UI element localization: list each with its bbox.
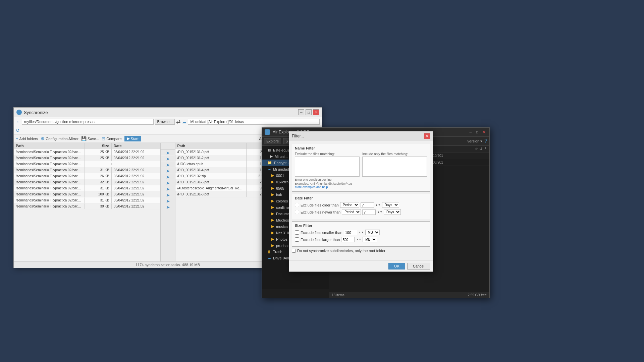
sync-icon-left: ↔ xyxy=(16,119,20,124)
filter-inputs-row: Exclude the files matching: Include only… xyxy=(295,152,427,177)
subdirs-checkbox[interactable] xyxy=(292,249,296,253)
add-folders-icon: + xyxy=(16,136,18,141)
sync-path-left[interactable]: myfiles/Documents/gestion microempresas xyxy=(22,119,154,125)
nav-icon: ▶ xyxy=(270,154,273,159)
name-filter-title: Name Filter xyxy=(295,146,427,150)
smaller-value-input[interactable] xyxy=(344,230,357,235)
explore-btn[interactable]: Explore xyxy=(264,138,281,144)
compare-btn[interactable]: ⊟ Compare xyxy=(102,136,121,141)
exclude-col: Exclude the files matching: xyxy=(295,152,360,177)
folder-0001: ▶ xyxy=(271,173,274,178)
exclude-older-checkbox[interactable] xyxy=(295,203,299,207)
smaller-unit-select[interactable]: MB xyxy=(365,230,380,235)
period-select-newer[interactable]: Period xyxy=(342,209,361,215)
exclude-older-row: Exclude files older than Period ▲▼ Days xyxy=(295,202,427,208)
exclude-newer-checkbox[interactable] xyxy=(295,210,299,214)
name-filter-section: Name Filter Exclude the files matching: … xyxy=(292,144,430,192)
filter-hint: Enter one condition per line xyxy=(295,178,427,181)
exclude-label: Exclude the files matching: xyxy=(295,152,360,156)
nav-star-btn[interactable]: ☆ xyxy=(475,147,478,151)
air-window-icon xyxy=(265,129,270,135)
older-value[interactable] xyxy=(361,202,374,208)
subdirs-label: Do not synchronize subdirectories, only … xyxy=(297,249,385,253)
folder-musica: ▶ xyxy=(271,224,274,229)
sync-close-btn[interactable]: ✕ xyxy=(313,109,319,115)
air-window: Air Explorer v3.0.7 Pro ─ □ ✕ Explore S … xyxy=(262,127,490,298)
filter-examples: Examples: *.ini */thumbs.db /subfolder/*… xyxy=(295,182,427,185)
cloud-icon-sidebar: ☁ xyxy=(267,167,271,171)
air-win-controls: ─ □ ✕ xyxy=(468,129,487,135)
transfer-arrow: ➤ xyxy=(161,174,175,180)
exclude-larger-checkbox[interactable] xyxy=(295,237,299,242)
filter-titlebar: Filter... ✕ xyxy=(289,131,433,141)
save-icon: 💾 xyxy=(81,136,87,141)
more-examples-link[interactable]: More examples and help xyxy=(295,185,427,189)
left-file-row: /seminarios/Seminario Tic/practica 02/ba… xyxy=(14,173,160,179)
filter-close-btn[interactable]: ✕ xyxy=(424,133,430,139)
transfer-arrow: ➤ xyxy=(161,156,175,162)
folder-icon-encrypt: 📁 xyxy=(267,161,272,165)
left-file-row: /seminarios/Seminario Tic/practica 02/ba… xyxy=(14,149,160,155)
sync-minimize-btn[interactable]: ─ xyxy=(298,109,304,115)
sync-path-right[interactable]: Mi unidad [Air Explorer]/01-letras xyxy=(188,119,320,125)
newer-value[interactable] xyxy=(362,209,376,215)
exclude-newer-row: Exclude files newer than Period ▲▼ Days xyxy=(295,209,427,215)
browse-left-btn[interactable]: Browse... xyxy=(155,119,175,125)
exclude-older-label: Exclude files older than xyxy=(301,203,339,207)
exclude-larger-label: Exclude files larger than xyxy=(301,238,340,242)
file-rows-left: /seminarios/Seminario Tic/practica 02/ba… xyxy=(14,149,160,266)
sync-titlebar: Synchronize ─ □ ✕ xyxy=(14,108,322,117)
nav-refresh-btn[interactable]: ↺ xyxy=(479,147,482,151)
air-maximize-btn[interactable]: □ xyxy=(475,129,480,135)
larger-value-input[interactable] xyxy=(341,237,355,242)
sync-maximize-btn[interactable]: □ xyxy=(306,109,312,115)
folder-muchos: ▶ xyxy=(271,218,274,222)
filter-dialog: Filter... ✕ Name Filter Exclude the file… xyxy=(289,131,433,272)
folder-bak: ▶ xyxy=(271,192,274,197)
start-btn[interactable]: ▶ Start xyxy=(124,136,141,141)
exclude-smaller-checkbox[interactable] xyxy=(295,230,299,235)
sync-window-icon xyxy=(16,110,22,115)
air-version-btn[interactable]: version ▾ xyxy=(468,139,483,143)
cloud-icon-1: ☁ xyxy=(182,119,186,124)
filter-cancel-btn[interactable]: Cancel xyxy=(407,263,430,269)
transfer-arrow: ➤ xyxy=(161,198,175,204)
air-help-btn[interactable]: ? xyxy=(484,138,487,144)
left-file-row: /seminarios/Seminario Tic/practica 02/ba… xyxy=(14,191,160,197)
nav-more-btn[interactable]: ⋮ xyxy=(484,147,487,151)
date-filter-section: Date Filter Exclude files older than Per… xyxy=(292,194,430,219)
sync-window-title: Synchronize xyxy=(24,110,48,115)
days-select-newer[interactable]: Days xyxy=(384,209,401,215)
file-pane-left: Path Size Date /seminarios/Seminario Tic… xyxy=(14,143,161,266)
config-icon: ⚙ xyxy=(41,136,45,141)
exclude-newer-label: Exclude files newer than xyxy=(301,210,340,214)
file-header-left: Path Size Date xyxy=(14,143,160,149)
sync-icon-left-2: ↺ xyxy=(16,128,20,133)
days-select-older[interactable]: Days xyxy=(382,202,399,208)
left-file-row: /seminarios/Seminario Tic/practica 02/ba… xyxy=(14,155,160,161)
transfer-arrow: ➤ xyxy=(161,204,175,210)
larger-unit-select[interactable]: MB xyxy=(363,237,377,242)
add-folders-btn[interactable]: + Add folders xyxy=(16,136,38,141)
transfer-arrow: ➤ xyxy=(161,186,175,192)
transfer-arrow: ➤ xyxy=(161,180,175,186)
air-minimize-btn[interactable]: ─ xyxy=(468,129,473,135)
period-select-older[interactable]: Period xyxy=(340,202,359,208)
include-input[interactable] xyxy=(362,157,427,177)
filter-ok-btn[interactable]: OK xyxy=(388,263,405,269)
exclude-smaller-row: Exclude files smaller than ▲▼ MB xyxy=(295,230,427,235)
col-size-header: Size xyxy=(85,143,111,149)
air-close-btn[interactable]: ✕ xyxy=(481,129,487,135)
size-filter-title: Size Filter xyxy=(295,224,427,228)
exclude-input[interactable] xyxy=(295,157,360,177)
left-file-row: /seminarios/Seminario Tic/practica 02/ba… xyxy=(14,161,160,167)
save-btn[interactable]: 💾 Save... xyxy=(81,136,99,141)
left-file-row: /seminarios/Seminario Tic/practica 02/ba… xyxy=(14,179,160,185)
folder-01-letras: ▶ xyxy=(271,180,274,184)
size-filter-section: Size Filter Exclude files smaller than ▲… xyxy=(292,221,430,247)
filter-title: Filter... xyxy=(292,134,304,138)
folder-pruebas: ▶ xyxy=(271,243,274,248)
config-mirror-btn[interactable]: ⚙ Configuration-Mirror xyxy=(41,136,78,141)
date-filter-title: Date Filter xyxy=(295,196,427,200)
include-label: Include only the files matching: xyxy=(362,152,427,156)
